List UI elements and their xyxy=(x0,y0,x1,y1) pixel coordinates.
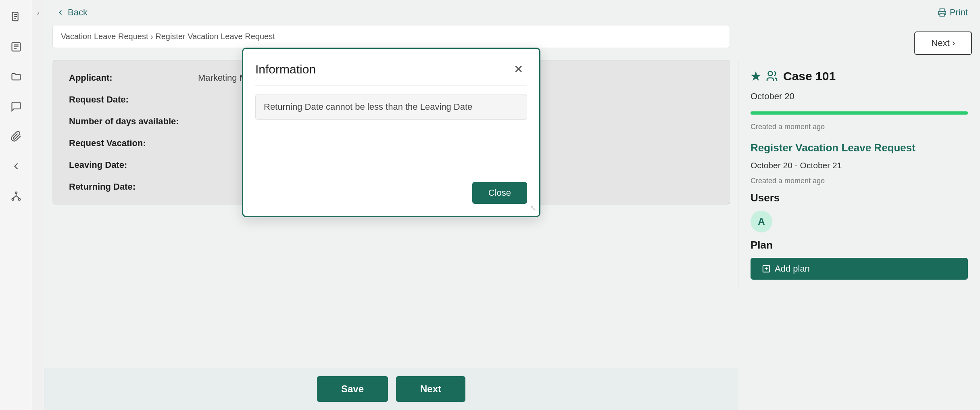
modal-title: Information xyxy=(255,63,316,76)
case-date: October 20 xyxy=(751,91,968,102)
right-panel: ★ Case 101 October 20 Created a moment a… xyxy=(738,61,980,288)
main-area: Back Print Vacation Leave Request › Regi… xyxy=(44,0,980,410)
section-date-range: October 20 - October 21 xyxy=(751,161,968,170)
case-title: Case 101 xyxy=(783,69,836,83)
right-panel-wrapper: Next › ★ Case 101 October 20 xyxy=(738,25,980,410)
back-label: Back xyxy=(68,7,88,18)
user-avatar: A xyxy=(751,211,772,232)
progress-bar-fill xyxy=(751,111,968,115)
modal-footer: Close xyxy=(255,174,527,204)
save-button[interactable]: Save xyxy=(317,376,388,402)
sidebar-back-icon[interactable] xyxy=(7,157,25,175)
users-icon xyxy=(765,70,778,83)
next-button[interactable]: Next xyxy=(396,376,465,402)
left-panel-toggle[interactable]: › xyxy=(32,0,44,410)
svg-point-4 xyxy=(18,199,20,201)
form-scroll-area: Vacation Leave Request › Register Vacati… xyxy=(44,25,738,368)
action-bar: Save Next xyxy=(44,368,738,410)
print-button[interactable]: Print xyxy=(938,7,968,18)
modal-close-button[interactable]: ✕ xyxy=(510,61,527,77)
svg-point-6 xyxy=(768,71,773,76)
created-label: Created a moment ago xyxy=(751,123,968,131)
section-title: Register Vacation Leave Request xyxy=(751,142,968,154)
breadcrumb-text: Vacation Leave Request › Register Vacati… xyxy=(61,32,275,41)
modal-header: Information ✕ xyxy=(255,61,527,77)
form-box: Applicant: Marketing Manager Request Dat… xyxy=(52,60,730,205)
svg-point-2 xyxy=(15,192,17,194)
star-icon: ★ xyxy=(751,70,761,83)
back-button[interactable]: Back xyxy=(56,7,88,18)
modal-close-btn[interactable]: Close xyxy=(472,182,527,204)
sidebar xyxy=(0,0,32,410)
svg-rect-5 xyxy=(940,13,944,16)
modal-divider xyxy=(255,86,527,86)
sidebar-document-icon[interactable] xyxy=(7,8,25,26)
top-next-button[interactable]: Next › xyxy=(914,31,972,55)
content-wrapper: Vacation Leave Request › Register Vacati… xyxy=(44,25,980,410)
toggle-arrow-icon[interactable]: › xyxy=(37,8,40,17)
plan-section-label: Plan xyxy=(751,239,968,251)
print-label: Print xyxy=(950,7,968,18)
top-right-bar: Next › xyxy=(738,25,980,61)
add-plan-icon xyxy=(762,264,771,273)
modal-overlay: Information ✕ Returning Date cannot be l… xyxy=(53,61,730,204)
sidebar-list-icon[interactable] xyxy=(7,38,25,56)
progress-bar-container xyxy=(751,111,968,115)
users-section-label: Users xyxy=(751,192,968,204)
breadcrumb: Vacation Leave Request › Register Vacati… xyxy=(52,25,730,48)
add-plan-button[interactable]: Add plan xyxy=(751,258,968,280)
svg-point-3 xyxy=(12,199,14,201)
sidebar-hierarchy-icon[interactable] xyxy=(7,187,25,205)
add-plan-label: Add plan xyxy=(775,264,810,274)
section-created: Created a moment ago xyxy=(751,177,968,185)
resize-handle[interactable]: ⤡ xyxy=(530,204,536,213)
sidebar-chat-icon[interactable] xyxy=(7,98,25,115)
top-bar: Back Print xyxy=(44,0,980,25)
modal-message: Returning Date cannot be less than the L… xyxy=(255,94,527,120)
information-modal: Information ✕ Returning Date cannot be l… xyxy=(242,48,540,217)
sidebar-paperclip-icon[interactable] xyxy=(7,128,25,145)
center-panel: Vacation Leave Request › Register Vacati… xyxy=(44,25,738,410)
case-header: ★ Case 101 xyxy=(751,69,968,83)
sidebar-folder-icon[interactable] xyxy=(7,68,25,86)
